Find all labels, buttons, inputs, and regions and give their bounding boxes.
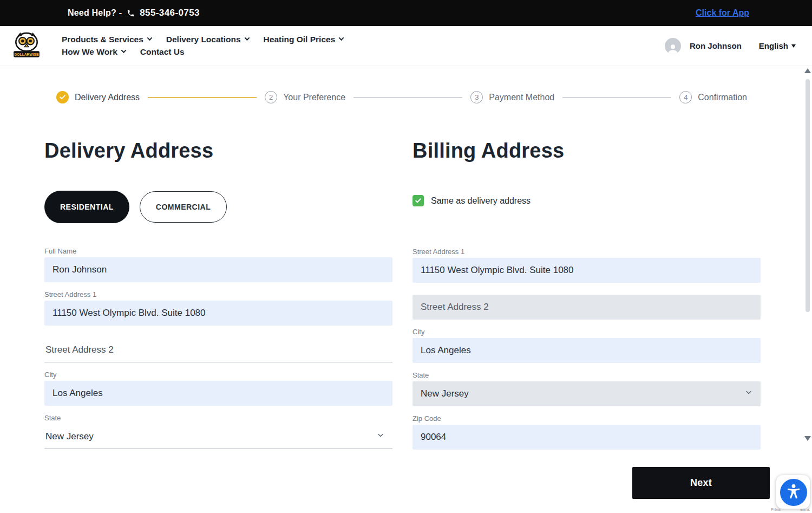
billing-city-label: City — [412, 328, 761, 336]
step-number: 3 — [470, 91, 483, 103]
step-delivery-address[interactable]: Delivery Address — [56, 91, 140, 103]
billing-state-select[interactable]: New Jersey — [412, 381, 761, 406]
chevron-down-icon — [147, 35, 152, 41]
site-header: DOLLARWISE Products & Services Delivery … — [0, 26, 812, 66]
stepper-connector — [353, 97, 462, 98]
step-payment-method[interactable]: 3 Payment Method — [470, 91, 554, 103]
nav-contact-us[interactable]: Contact Us — [140, 47, 185, 57]
nav-products-services[interactable]: Products & Services — [62, 35, 152, 44]
language-selector[interactable]: English — [759, 41, 796, 50]
same-as-delivery-checkbox[interactable] — [412, 195, 424, 206]
commercial-button[interactable]: COMMERCIAL — [140, 191, 227, 223]
dollarwise-logo[interactable]: DOLLARWISE — [11, 31, 42, 62]
city-input[interactable] — [44, 381, 392, 406]
stepper-connector — [148, 97, 257, 98]
chevron-down-icon — [744, 388, 753, 400]
check-icon — [56, 91, 69, 103]
accessibility-button[interactable] — [779, 478, 808, 507]
phone-icon — [127, 9, 135, 17]
top-help-bar: Need Help? - 855-346-0753 Click for App — [0, 0, 812, 26]
checkout-stepper: Delivery Address 2 Your Preference 3 Pay… — [56, 91, 747, 103]
user-avatar[interactable] — [665, 38, 681, 54]
state-select[interactable]: New Jersey — [44, 424, 392, 449]
step-number: 2 — [265, 91, 277, 103]
step-your-preference[interactable]: 2 Your Preference — [265, 91, 345, 103]
accessibility-person-icon — [784, 483, 803, 502]
billing-city-input[interactable] — [412, 338, 761, 363]
street-address-1-input[interactable] — [44, 301, 392, 326]
state-label: State — [44, 414, 392, 422]
chevron-down-icon — [339, 35, 344, 41]
click-for-app-link[interactable]: Click for App — [696, 8, 749, 18]
page-scrollbar[interactable] — [804, 68, 811, 441]
billing-address-section: Billing Address Same as delivery address… — [412, 103, 761, 458]
user-name[interactable]: Ron Johnson — [690, 41, 742, 50]
full-name-label: Full Name — [44, 247, 392, 255]
main-nav: Products & Services Delivery Locations H… — [62, 35, 343, 57]
full-name-input[interactable] — [44, 257, 392, 282]
form-footer: Next — [0, 451, 812, 513]
scrollbar-thumb[interactable] — [806, 79, 810, 312]
scroll-down-arrow-icon[interactable] — [804, 436, 811, 441]
billing-street-address-1-input[interactable] — [412, 258, 761, 283]
city-label: City — [44, 371, 392, 379]
step-confirmation[interactable]: 4 Confirmation — [679, 91, 747, 103]
chevron-down-icon — [121, 48, 126, 53]
nav-how-we-work[interactable]: How We Work — [62, 47, 126, 57]
residential-button[interactable]: RESIDENTIAL — [44, 191, 129, 223]
street-address-2-input[interactable] — [44, 337, 392, 362]
nav-delivery-locations[interactable]: Delivery Locations — [166, 35, 249, 44]
logo-text: DOLLARWISE — [14, 53, 39, 56]
same-as-delivery-label: Same as delivery address — [431, 196, 531, 206]
nav-heating-oil-prices[interactable]: Heating Oil Prices — [264, 35, 344, 44]
street-address-1-label: Street Address 1 — [44, 290, 392, 298]
zip-code-input[interactable] — [412, 425, 761, 450]
phone-number[interactable]: 855-346-0753 — [140, 8, 200, 18]
billing-street-address-1-label: Street Address 1 — [412, 248, 761, 256]
chevron-down-icon — [244, 35, 250, 41]
delivery-address-title: Delivery Address — [44, 139, 392, 163]
scroll-up-arrow-icon[interactable] — [804, 68, 811, 73]
stepper-connector — [562, 97, 671, 98]
zip-code-label: Zip Code — [412, 414, 761, 423]
billing-street-address-2-input[interactable] — [412, 295, 761, 320]
billing-address-title: Billing Address — [412, 139, 761, 163]
next-button[interactable]: Next — [632, 467, 770, 499]
caret-down-icon — [791, 44, 796, 48]
need-help-text: Need Help? - — [68, 8, 122, 18]
delivery-address-section: Delivery Address RESIDENTIAL COMMERCIAL … — [44, 103, 392, 458]
chevron-down-icon — [376, 431, 385, 442]
step-number: 4 — [679, 91, 692, 103]
billing-state-label: State — [412, 371, 761, 379]
